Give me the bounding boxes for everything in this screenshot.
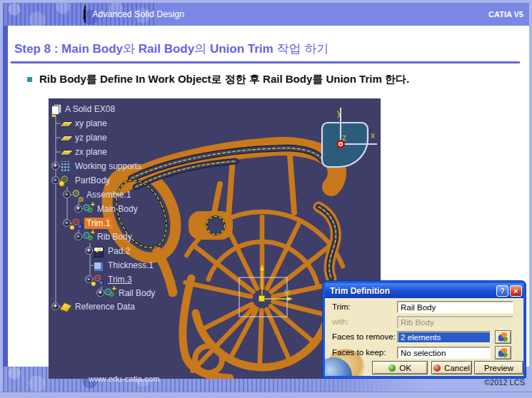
dialog-body: Trim: Rail Body with: Rib Body Faces to …	[325, 298, 523, 376]
body-gears-icon: ⚙	[82, 232, 93, 243]
multi-select-icon	[498, 332, 508, 342]
close-icon[interactable]: ×	[510, 285, 522, 297]
tree-item-xy-plane[interactable]: xy plane	[60, 117, 109, 130]
footer-separator	[84, 9, 85, 19]
multi-select-icon	[498, 348, 508, 357]
tree-item-assemble-1[interactable]: ⚙ Assemble.1	[71, 188, 134, 201]
tree-item-thickness-1[interactable]: Thickness.1	[93, 259, 156, 272]
trim-icon: ⚙	[93, 275, 104, 285]
tree-item-rail-body[interactable]: ⚙ Rail Body	[104, 287, 157, 300]
faces-to-keep-label: Faces to keep:	[332, 348, 386, 357]
footer-copyright: ©2012 LCS	[484, 378, 525, 387]
tree-item-label[interactable]: xy plane	[73, 118, 109, 129]
faces-to-keep-input[interactable]: No selection	[397, 347, 491, 359]
trim-field-label: Trim:	[332, 302, 351, 311]
ok-button-label: OK	[399, 364, 411, 372]
faces-to-remove-input[interactable]: 2 elements	[397, 331, 491, 343]
tree-expander[interactable]	[51, 302, 59, 310]
header-bar: Advanced Solid Design CATIA V5	[3, 3, 529, 26]
trim-field-row: Trim: Rail Body	[325, 301, 523, 314]
dialog-title: Trim Definition	[330, 286, 390, 296]
ok-green-dot-icon	[388, 364, 396, 372]
tree-item-rib-body[interactable]: ⚙ Rib Body	[82, 230, 134, 243]
preview-button[interactable]: Preview	[474, 361, 523, 374]
slide-bottom-border	[0, 392, 532, 398]
footer-website-link[interactable]: www.edu-catia.com	[89, 374, 160, 383]
tree-expander[interactable]	[96, 289, 104, 297]
plane-icon	[60, 133, 71, 143]
tree-item-zx-plane[interactable]: zx plane	[60, 146, 109, 158]
with-field-label: with:	[332, 317, 349, 326]
tree-item-pad-2[interactable]: Pad.2	[93, 245, 132, 257]
partbody-gear-icon: ⚙	[60, 175, 71, 186]
plane-icon	[60, 118, 71, 129]
faces-to-remove-label: Faces to remove:	[332, 332, 396, 341]
tree-expander[interactable]	[85, 247, 93, 255]
dialog-titlebar[interactable]: Trim Definition ? ×	[325, 283, 523, 298]
tree-expander[interactable]	[74, 233, 82, 240]
tree-expander[interactable]	[74, 205, 82, 213]
trim-field-input[interactable]: Rail Body	[397, 301, 513, 313]
tree-item-label[interactable]: Thickness.1	[106, 260, 156, 271]
left-accent-bar	[3, 26, 8, 367]
tree-item-label[interactable]: Main Body	[95, 203, 140, 215]
tree-item-label[interactable]: Working supports	[73, 160, 144, 172]
tree-item-reference-data[interactable]: Reference Data	[60, 300, 137, 313]
tree-expander[interactable]	[85, 275, 93, 283]
part-document-icon	[50, 104, 61, 115]
title-seg: Step 8 : Main Body	[14, 42, 123, 56]
assemble-icon: ⚙	[71, 190, 82, 200]
tree-item-working-supports[interactable]: Working supports	[60, 160, 144, 173]
cancel-button[interactable]: Cancel	[431, 361, 472, 374]
tree-item-label[interactable]: zx plane	[73, 146, 109, 158]
tree-item-label[interactable]: Rail Body	[116, 287, 157, 299]
view-compass[interactable]: y x z	[322, 108, 377, 167]
tree-item-main-body[interactable]: ⚙ Main Body	[82, 203, 140, 215]
tree-expander[interactable]	[63, 219, 71, 227]
title-seg: 작업 하기	[273, 42, 328, 56]
bullet-marker	[27, 77, 32, 82]
working-supports-grid-icon	[60, 161, 71, 172]
tree-item-label[interactable]: Rib Body	[95, 231, 134, 243]
tree-item-label[interactable]: Pad.2	[106, 245, 132, 257]
tree-item-root[interactable]: A Solid EX08	[50, 103, 117, 116]
tree-expander[interactable]	[51, 176, 59, 184]
preview-button-label: Preview	[484, 364, 513, 372]
title-underline	[11, 61, 520, 63]
compass-y-label: y	[337, 108, 341, 118]
title-seg: 와	[123, 42, 135, 56]
tree-item-label[interactable]: Reference Data	[73, 301, 137, 312]
faces-to-remove-row: Faces to remove: 2 elements	[325, 331, 523, 344]
faces-to-remove-picker-button[interactable]	[495, 330, 511, 344]
tree-item-label-selected[interactable]: Trim.1	[84, 218, 113, 229]
trim-definition-dialog: Trim Definition ? × Trim: Rail Body with…	[323, 281, 526, 378]
tree-item-label[interactable]: yz plane	[73, 132, 109, 143]
thickness-icon	[93, 260, 104, 271]
tree-expander[interactable]	[51, 162, 59, 170]
faces-to-keep-picker-button[interactable]	[495, 346, 511, 359]
tree-item-label[interactable]: A Solid EX08	[63, 103, 117, 115]
page-title: Step 8 : Main Body와 Rail Body의 Union Tri…	[14, 41, 328, 57]
slide: Advanced Solid Design CATIA V5 Step 8 : …	[0, 0, 532, 398]
title-seg: Rail Body	[135, 42, 194, 56]
tree-item-label[interactable]: PartBody	[73, 175, 112, 186]
trim-icon: ⚙	[71, 218, 82, 229]
tree-item-label[interactable]: Trim.3	[106, 274, 134, 285]
ok-button[interactable]: OK	[372, 361, 428, 374]
bullet-item: Rib Body를 Define In Work Object로 정한 후 Ra…	[27, 73, 409, 86]
compass-x-label: x	[371, 131, 375, 141]
h-axis-label: H	[284, 288, 290, 297]
bullet-text: Rib Body를 Define In Work Object로 정한 후 Ra…	[39, 73, 409, 86]
title-seg: Union Trim	[206, 42, 273, 56]
title-seg: 의	[194, 42, 206, 56]
tree-item-yz-plane[interactable]: yz plane	[60, 131, 109, 144]
body-gears-icon: ⚙	[82, 204, 93, 215]
with-field-input: Rib Body	[397, 316, 513, 328]
plane-icon	[60, 147, 71, 158]
tree-expander[interactable]	[63, 190, 71, 198]
tree-item-partbody[interactable]: ⚙ PartBody	[60, 174, 112, 187]
help-button[interactable]: ?	[496, 285, 508, 297]
pad-icon	[93, 246, 104, 257]
with-field-row: with: Rib Body	[325, 316, 523, 329]
cancel-red-dot-icon	[433, 364, 441, 372]
